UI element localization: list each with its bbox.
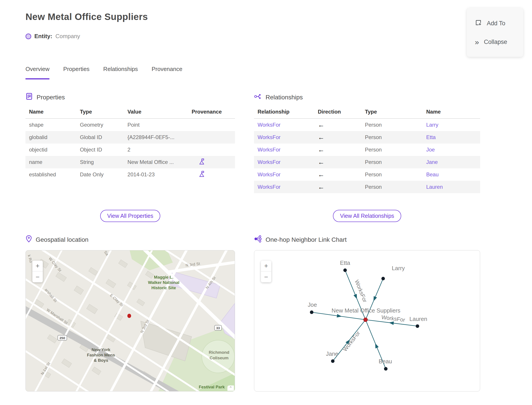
related-type: Person (365, 184, 426, 190)
view-all-relationships-button[interactable]: View All Relationships (333, 210, 401, 222)
property-value: New Metal Office ... (127, 159, 192, 165)
node-label: Etta (340, 260, 351, 266)
table-row: name String New Metal Office ... (26, 156, 235, 168)
property-name: objectid (29, 147, 80, 153)
col-header-value: Value (127, 109, 192, 115)
entity-badge: Entity: Company (26, 33, 80, 40)
node-center-entity[interactable] (364, 318, 367, 322)
relationships-icon (254, 93, 262, 102)
relationship-link[interactable]: WorksFor (258, 147, 318, 153)
node-label: Joe (308, 302, 317, 308)
direction-arrow: ← (318, 183, 365, 191)
page-title: New Metal Office Suppliers (26, 12, 148, 22)
property-provenance (192, 158, 231, 166)
property-value: 2 (127, 147, 192, 153)
relationship-link[interactable]: WorksFor (258, 134, 318, 140)
node-beau[interactable] (384, 367, 387, 371)
attribution-expander-icon[interactable]: ⌃ (227, 385, 234, 391)
entity-type-value: Company (55, 33, 80, 40)
add-to-label: Add To (487, 20, 505, 27)
table-row: WorksFor ← Person Larry (254, 119, 480, 131)
geospatial-map[interactable]: + − k Ro W Clay St Sa N 3rd St N 4th St … (26, 250, 235, 392)
direction-arrow: ← (318, 146, 365, 154)
relationship-link[interactable]: WorksFor (258, 159, 318, 165)
map-canvas (26, 250, 235, 391)
property-type: Global ID (80, 134, 128, 140)
property-type: Date Only (80, 171, 128, 178)
relationships-section-title: Relationships (266, 94, 303, 101)
related-entity-link[interactable]: Beau (426, 171, 477, 178)
property-name: name (29, 159, 80, 165)
link-chart-icon (254, 235, 262, 244)
tab-provenance[interactable]: Provenance (152, 66, 182, 79)
relationships-section-header: Relationships (254, 93, 303, 102)
property-name: established (29, 171, 80, 178)
col-header-direction: Direction (318, 109, 365, 115)
table-row: WorksFor ← Person Joe (254, 143, 480, 156)
tab-properties[interactable]: Properties (63, 66, 90, 79)
chart-zoom-out-button[interactable]: − (261, 271, 271, 282)
related-entity-link[interactable]: Larry (426, 122, 477, 128)
relationship-link[interactable]: WorksFor (258, 122, 318, 128)
property-type: Geometry (80, 122, 128, 128)
table-row: established Date Only 2014-01-23 (26, 168, 235, 181)
provenance-flag-icon[interactable] (199, 171, 205, 177)
table-row: objectid Object ID 2 (26, 143, 235, 156)
properties-section-title: Properties (37, 94, 65, 101)
collapse-icon: » (475, 38, 479, 46)
edge-label: WorksFor (354, 279, 368, 303)
related-type: Person (365, 159, 426, 165)
chart-zoom-in-button[interactable]: + (261, 261, 271, 271)
relationships-column: Relationships Relationship Direction Typ… (254, 93, 480, 392)
direction-arrow: ← (318, 171, 365, 178)
map-zoom-in-button[interactable]: + (32, 261, 43, 271)
tab-bar: Overview Properties Relationships Proven… (26, 66, 182, 79)
node-jane[interactable] (331, 359, 334, 363)
properties-section-header: Properties (26, 93, 65, 102)
one-hop-link-chart[interactable]: WorksFor WorksFor WorksFor Etta Larry J (254, 250, 480, 392)
map-pin-icon (26, 235, 32, 244)
table-row: shape Geometry Point (26, 119, 235, 131)
entity-location-marker[interactable] (127, 314, 131, 318)
table-row: globalid Global ID {A228944F-0EF5-... (26, 131, 235, 143)
properties-table: Name Type Value Provenance shape Geometr… (26, 107, 235, 181)
tab-relationships[interactable]: Relationships (103, 66, 138, 79)
table-row: WorksFor ← Person Etta (254, 131, 480, 143)
view-all-properties-button[interactable]: View All Properties (100, 210, 160, 222)
link-chart-section-header: One-hop Neighbor Link Chart (254, 235, 347, 244)
related-entity-link[interactable]: Etta (426, 134, 477, 140)
table-row: WorksFor ← Person Lauren (254, 181, 480, 193)
entity-detail-page: New Metal Office Suppliers Entity: Compa… (0, 0, 532, 405)
col-header-name: Name (29, 109, 80, 115)
tab-overview[interactable]: Overview (26, 66, 49, 79)
col-header-provenance: Provenance (192, 109, 231, 115)
add-to-icon (475, 19, 482, 28)
provenance-flag-icon[interactable] (199, 158, 205, 165)
related-entity-link[interactable]: Jane (426, 159, 477, 165)
properties-icon (26, 93, 33, 102)
relationship-link[interactable]: WorksFor (258, 184, 318, 190)
map-zoom-control: + − (32, 261, 43, 282)
related-entity-link[interactable]: Joe (426, 147, 477, 153)
edge-label: WorksFor (342, 330, 361, 352)
relationship-link[interactable]: WorksFor (258, 171, 318, 178)
collapse-button[interactable]: » Collapse (467, 36, 523, 48)
related-entity-link[interactable]: Lauren (426, 184, 477, 190)
property-value: 2014-01-23 (127, 171, 192, 178)
node-larry[interactable] (381, 277, 385, 280)
chart-zoom-control: + − (261, 261, 271, 282)
node-label: Jane (326, 351, 338, 357)
geospatial-section-title: Geospatial location (36, 236, 88, 243)
property-provenance (192, 171, 231, 179)
node-etta[interactable] (343, 268, 347, 272)
collapse-label: Collapse (484, 39, 507, 46)
col-header-type: Type (365, 109, 426, 115)
add-to-button[interactable]: Add To (467, 17, 523, 30)
link-chart-canvas: WorksFor WorksFor WorksFor Etta Larry J (254, 250, 480, 391)
property-value: {A228944F-0EF5-... (127, 134, 192, 140)
node-lauren[interactable] (416, 324, 419, 328)
node-label: Beau (379, 358, 392, 364)
map-zoom-out-button[interactable]: − (32, 271, 43, 282)
node-joe[interactable] (310, 310, 313, 314)
link-chart-section-title: One-hop Neighbor Link Chart (266, 236, 347, 243)
